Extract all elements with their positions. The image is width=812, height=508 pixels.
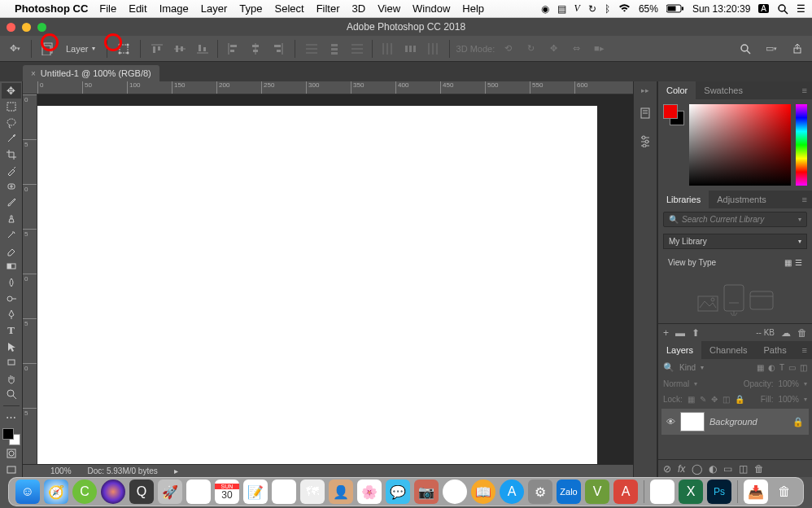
brush-tool[interactable] [2, 195, 21, 210]
layer-fx-icon[interactable]: fx [678, 463, 685, 475]
close-tab-icon[interactable]: × [31, 69, 36, 78]
vray-icon[interactable]: V [585, 480, 609, 504]
blur-tool[interactable] [2, 275, 21, 291]
zalo-icon[interactable]: Zalo [557, 480, 581, 504]
align-hcenter-icon[interactable] [246, 39, 265, 59]
siri-icon[interactable] [101, 480, 125, 504]
calendar-icon[interactable]: SUN30 [215, 480, 239, 504]
image-file-icon[interactable]: 🏞 [650, 480, 674, 504]
folder-icon[interactable]: ▬ [675, 327, 685, 339]
downloads-icon[interactable]: 📥 [744, 480, 768, 504]
launchpad-icon[interactable]: 🚀 [158, 480, 182, 504]
move-tool[interactable]: ✥ [2, 83, 21, 99]
dist-top-icon[interactable] [302, 39, 321, 59]
layer-row-background[interactable]: 👁 Background 🔒 [661, 409, 809, 435]
coccoc-icon[interactable]: C [72, 480, 97, 504]
panel-menu-icon[interactable]: ≡ [802, 85, 812, 95]
list-view-icon[interactable]: ☰ [795, 258, 802, 267]
finder-icon[interactable]: ☺ [15, 480, 40, 504]
notification-center-icon[interactable]: ☰ [797, 3, 805, 15]
hue-slider[interactable] [796, 104, 807, 186]
layer-name[interactable]: Background [709, 417, 757, 427]
clone-stamp-tool[interactable] [2, 211, 21, 226]
contacts-icon[interactable]: 👤 [329, 480, 353, 504]
filter-kind[interactable]: Kind [679, 363, 696, 372]
trash-icon[interactable]: 🗑 [797, 327, 807, 339]
expand-panels-icon[interactable]: ▸▸ [641, 86, 649, 94]
status-arrow-icon[interactable]: ▸ [174, 466, 178, 475]
document-tab[interactable]: × Untitled-1 @ 100% (RGB/8) [23, 65, 159, 81]
grid-view-icon[interactable]: ▦ [784, 258, 792, 267]
upload-icon[interactable]: ⬆ [692, 327, 700, 339]
edit-toolbar-icon[interactable]: ⋯ [2, 409, 21, 425]
dist-right-icon[interactable] [423, 39, 443, 59]
filter-adjust-icon[interactable]: ◐ [768, 363, 775, 372]
cc-status-icon[interactable]: ◉ [541, 3, 549, 15]
magic-wand-tool[interactable] [2, 131, 21, 147]
filter-type-icon[interactable]: T [779, 363, 784, 372]
dist-vcenter-icon[interactable] [325, 39, 344, 59]
layers-tab[interactable]: Layers [658, 341, 701, 359]
battery-icon[interactable] [666, 4, 684, 13]
swatches-tab[interactable]: Swatches [696, 81, 751, 99]
photoshop-icon[interactable]: Ps [707, 480, 731, 504]
group-icon[interactable]: ▭ [723, 463, 732, 475]
align-top-icon[interactable] [147, 39, 167, 59]
quick-mask-icon[interactable] [2, 446, 21, 462]
properties-panel-icon[interactable] [636, 132, 654, 150]
type-tool[interactable]: T [2, 323, 21, 339]
library-selector[interactable]: My Library▾ [663, 234, 807, 249]
spotlight-icon[interactable] [777, 3, 788, 15]
messages-icon[interactable]: 💬 [386, 480, 410, 504]
auto-select-target[interactable]: Layer▾ [61, 44, 100, 54]
library-search[interactable]: 🔍 Search Current Library ▾ [663, 212, 807, 227]
zoom-button[interactable] [37, 23, 46, 32]
workspace-switcher-icon[interactable]: ▭▾ [762, 39, 781, 59]
screen-mode-icon[interactable] [2, 462, 21, 478]
visibility-icon[interactable]: 👁 [666, 417, 675, 427]
color-tab[interactable]: Color [658, 81, 696, 99]
auto-select-checkbox[interactable] [38, 39, 58, 59]
foreground-background-swatch[interactable] [663, 104, 684, 125]
layer-thumbnail[interactable] [680, 412, 705, 431]
appstore-icon[interactable]: A [500, 480, 524, 504]
share-icon[interactable] [788, 39, 807, 59]
quicktime-icon[interactable]: Q [129, 480, 154, 504]
rectangle-tool[interactable] [2, 355, 21, 370]
timemachine-icon[interactable]: ↻ [588, 3, 596, 15]
safari-icon[interactable]: 🧭 [44, 480, 68, 504]
panel-menu-icon[interactable]: ≡ [802, 195, 812, 204]
eraser-tool[interactable] [2, 243, 21, 258]
zoom-tool[interactable] [2, 387, 21, 402]
lock-position-icon[interactable]: ✥ [711, 395, 718, 404]
lock-paint-icon[interactable]: ✎ [700, 395, 706, 404]
dodge-tool[interactable] [2, 291, 21, 306]
notes-icon[interactable]: 📝 [243, 480, 268, 504]
menu-window[interactable]: Window [413, 2, 450, 15]
menu-filter[interactable]: Filter [317, 2, 340, 15]
dist-bottom-icon[interactable] [347, 39, 367, 59]
align-left-icon[interactable] [223, 39, 242, 59]
paths-tab[interactable]: Paths [756, 341, 795, 359]
new-layer-icon[interactable]: ◫ [739, 463, 748, 475]
doc-size[interactable]: Doc: 5.93M/0 bytes [88, 466, 158, 475]
lock-artboard-icon[interactable]: ◫ [723, 395, 730, 404]
close-button[interactable] [7, 23, 15, 32]
search-icon[interactable] [736, 39, 755, 59]
menu-layer[interactable]: Layer [201, 2, 228, 15]
history-brush-tool[interactable] [2, 227, 21, 243]
sysprefs-icon[interactable]: ⚙ [528, 480, 552, 504]
healing-brush-tool[interactable] [2, 179, 21, 195]
library-view-mode[interactable]: View by Type ▦ ☰ [663, 256, 807, 269]
filter-smart-icon[interactable]: ◫ [800, 363, 807, 372]
opacity-value[interactable]: 100% [778, 379, 799, 388]
move-tool-indicator[interactable]: ✥▾ [5, 39, 24, 59]
menu-select[interactable]: Select [274, 2, 303, 15]
excel-icon[interactable]: X [679, 480, 703, 504]
photobooth-icon[interactable]: 📷 [414, 480, 439, 504]
minimize-button[interactable] [22, 23, 31, 32]
canvas[interactable] [37, 106, 597, 464]
menu-edit[interactable]: Edit [129, 2, 146, 15]
input-source-icon[interactable]: A [758, 4, 769, 13]
fill-value[interactable]: 100% [778, 395, 799, 404]
